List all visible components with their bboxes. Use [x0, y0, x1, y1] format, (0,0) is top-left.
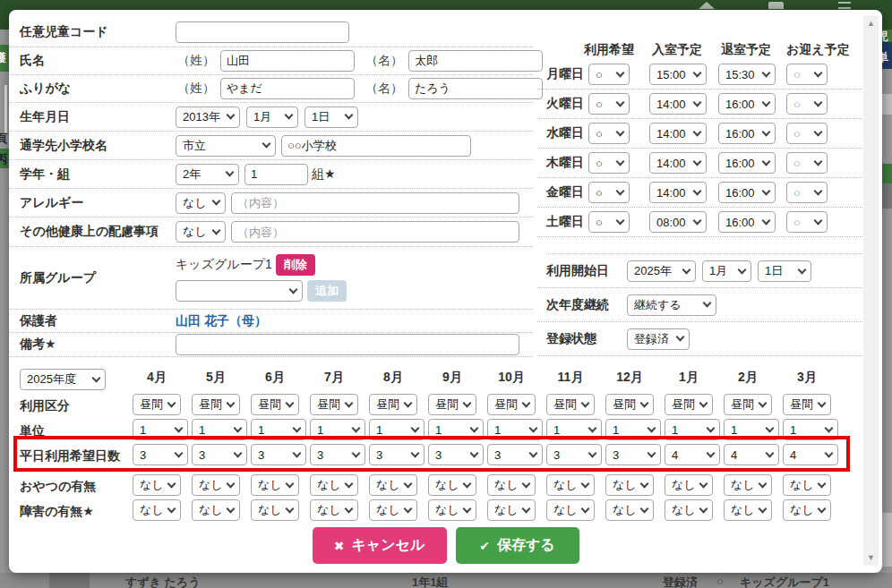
child-code-input[interactable]: [176, 21, 349, 43]
pickup-select[interactable]: ○: [786, 182, 828, 203]
entry-time-select[interactable]: 15:00: [649, 64, 707, 85]
entry-time-select[interactable]: 14:00: [649, 182, 707, 203]
pickup-select[interactable]: ○: [786, 211, 828, 233]
shogai-select[interactable]: なし: [428, 499, 476, 521]
save-button[interactable]: ✔ 保存する: [456, 527, 579, 564]
oyatsu-select[interactable]: なし: [251, 474, 299, 496]
cancel-button[interactable]: ✖ キャンセル: [313, 527, 447, 564]
oyatsu-select[interactable]: なし: [665, 474, 713, 496]
chevron-down-icon: [762, 216, 771, 225]
kubun-select[interactable]: 昼間: [546, 394, 595, 415]
health-detail-input[interactable]: [231, 221, 519, 243]
shogai-select[interactable]: なし: [192, 499, 240, 521]
start-month-select[interactable]: 1月: [702, 260, 751, 282]
note-input[interactable]: [176, 334, 519, 355]
exit-time-select[interactable]: 16:00: [718, 93, 776, 115]
wish-select[interactable]: ○: [588, 123, 630, 144]
pickup-select[interactable]: ○: [786, 152, 828, 174]
kubun-select[interactable]: 昼間: [724, 394, 772, 415]
health-select[interactable]: なし: [176, 221, 226, 243]
start-day-select[interactable]: 1日: [758, 260, 811, 282]
kana-sei-input[interactable]: [220, 78, 355, 99]
entry-time-select[interactable]: 14:00: [649, 123, 707, 144]
shogai-select[interactable]: なし: [665, 499, 713, 521]
fiscal-year-select[interactable]: 2025年度: [20, 369, 106, 390]
wish-select[interactable]: ○: [588, 93, 630, 115]
oyatsu-select[interactable]: なし: [310, 474, 358, 496]
kubun-select[interactable]: 昼間: [133, 394, 181, 415]
shogai-select[interactable]: なし: [546, 499, 595, 521]
entry-time-select[interactable]: 08:00: [649, 211, 707, 233]
shogai-select[interactable]: なし: [369, 499, 417, 521]
row-next-year: 次年度継続 継続する: [537, 288, 873, 322]
wish-select[interactable]: ○: [588, 64, 630, 85]
name-sei-input[interactable]: [220, 50, 355, 72]
group-add-button[interactable]: 追加: [307, 280, 347, 302]
status-select[interactable]: 登録済: [627, 328, 690, 350]
kubun-select[interactable]: 昼間: [665, 394, 713, 415]
oyatsu-select[interactable]: なし: [724, 474, 772, 496]
school-type-select[interactable]: 市立: [176, 135, 276, 157]
wish-select[interactable]: ○: [588, 152, 630, 174]
kubun-select[interactable]: 昼間: [605, 394, 654, 415]
exit-time-select[interactable]: 15:30: [718, 64, 776, 85]
grade-select[interactable]: 2年: [176, 164, 239, 185]
shogai-select[interactable]: なし: [251, 499, 299, 521]
child-edit-modal: 任意児童コード 氏名 （姓） （名） ふりがな （姓） （名） 生年月日 201…: [9, 10, 882, 573]
exit-time-select[interactable]: 16:00: [718, 182, 776, 203]
group-add-select[interactable]: [176, 280, 303, 302]
entry-time-select[interactable]: 14:00: [649, 152, 707, 174]
birth-day-select[interactable]: 1日: [304, 107, 358, 128]
shogai-select[interactable]: なし: [605, 499, 654, 521]
guardian-link[interactable]: 山田 花子（母）: [176, 313, 267, 329]
oyatsu-select[interactable]: なし: [192, 474, 240, 496]
chevron-down-icon: [522, 398, 531, 407]
group-delete-button[interactable]: 削除: [276, 254, 315, 276]
start-year-select[interactable]: 2025年: [627, 260, 696, 282]
oyatsu-select[interactable]: なし: [783, 474, 831, 496]
next-year-select[interactable]: 継続する: [627, 294, 716, 316]
oyatsu-select[interactable]: なし: [605, 474, 654, 496]
kana-mei-input[interactable]: [408, 78, 543, 99]
pickup-select[interactable]: ○: [786, 64, 828, 85]
chevron-down-icon: [814, 98, 823, 107]
shogai-select[interactable]: なし: [310, 499, 358, 521]
name-mei-input[interactable]: [408, 50, 543, 72]
pickup-select[interactable]: ○: [786, 93, 828, 115]
birth-year-select[interactable]: 2013年: [176, 107, 240, 128]
shogai-select[interactable]: なし: [724, 499, 772, 521]
kubun-select[interactable]: 昼間: [310, 394, 358, 415]
allergy-select[interactable]: なし: [176, 192, 226, 214]
shogai-select[interactable]: なし: [783, 499, 831, 521]
oyatsu-select[interactable]: なし: [428, 474, 476, 496]
birth-month-select[interactable]: 1月: [246, 107, 298, 128]
oyatsu-select[interactable]: なし: [546, 474, 595, 496]
wish-select[interactable]: ○: [588, 211, 630, 233]
oyatsu-select[interactable]: なし: [369, 474, 417, 496]
kubun-select[interactable]: 昼間: [251, 394, 299, 415]
action-buttons: ✖ キャンセル ✔ 保存する: [9, 527, 882, 564]
wish-select[interactable]: ○: [588, 182, 630, 203]
pickup-select[interactable]: ○: [786, 123, 828, 144]
kubun-select[interactable]: 昼間: [369, 394, 417, 415]
chevron-down-icon: [352, 423, 361, 432]
allergy-detail-input[interactable]: [231, 192, 519, 214]
entry-time-select[interactable]: 14:00: [649, 93, 707, 115]
scroll-down-arrow[interactable]: ▼: [863, 551, 879, 564]
kubun-select[interactable]: 昼間: [192, 394, 240, 415]
cancel-label: キャンセル: [351, 536, 425, 555]
exit-time-select[interactable]: 16:00: [718, 123, 776, 144]
scroll-up-arrow[interactable]: ▲: [863, 17, 879, 30]
shogai-select[interactable]: なし: [133, 499, 181, 521]
shogai-select[interactable]: なし: [487, 499, 536, 521]
kubun-select[interactable]: 昼間: [487, 394, 536, 415]
kubun-select[interactable]: 昼間: [428, 394, 476, 415]
modal-scrollbar[interactable]: ▲ ▼: [863, 15, 879, 566]
kubun-select[interactable]: 昼間: [783, 394, 831, 415]
exit-time-select[interactable]: 16:00: [718, 211, 776, 233]
class-input[interactable]: [244, 164, 308, 185]
exit-time-select[interactable]: 16:00: [718, 152, 776, 174]
oyatsu-select[interactable]: なし: [133, 474, 181, 496]
oyatsu-select[interactable]: なし: [487, 474, 536, 496]
school-name-input[interactable]: [281, 135, 471, 157]
